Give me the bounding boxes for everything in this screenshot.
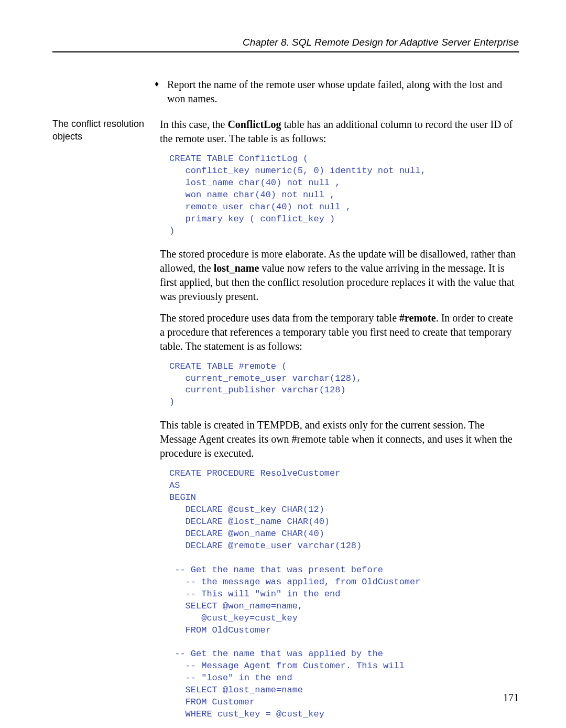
paragraph-intro: In this case, the ConflictLog table has … xyxy=(160,117,519,146)
bullet-item: ♦ Report the name of the remote user who… xyxy=(155,78,519,106)
code-block-remote: CREATE TABLE #remote ( current_remote_us… xyxy=(169,361,519,409)
page-number: 171 xyxy=(503,692,519,704)
text-fragment: In this case, the xyxy=(160,119,227,130)
paragraph-stored-proc: The stored procedure is more elaborate. … xyxy=(160,247,519,304)
chapter-header: Chapter 8. SQL Remote Design for Adaptiv… xyxy=(52,37,519,52)
lostname-bold: lost_name xyxy=(214,262,259,274)
code-block-conflictlog: CREATE TABLE ConflictLog ( conflict_key … xyxy=(169,153,519,238)
remote-bold: #remote xyxy=(399,312,436,324)
sidebar-label: The conflict resolution objects xyxy=(52,117,160,728)
paragraph-remote-table: The stored procedure uses data from the … xyxy=(160,311,519,354)
code-block-resolvecustomer: CREATE PROCEDURE ResolveCustomer AS BEGI… xyxy=(169,468,519,721)
bullet-marker: ♦ xyxy=(155,78,167,106)
paragraph-tempdb: This table is created in TEMPDB, and exi… xyxy=(160,418,519,461)
bullet-text: Report the name of the remote user whose… xyxy=(167,78,519,106)
conflictlog-bold: ConflictLog xyxy=(227,119,281,130)
text-fragment: The stored procedure uses data from the … xyxy=(160,312,399,324)
